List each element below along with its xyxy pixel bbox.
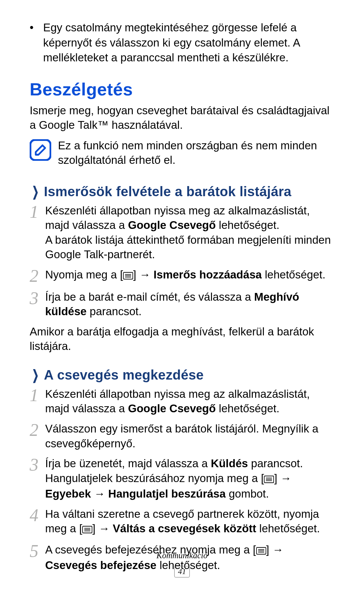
note-block: Ez a funkció nem minden országban és nem… xyxy=(30,138,334,168)
chevron-icon: ❯ xyxy=(32,368,39,382)
top-bullet-item: • Egy csatolmány megtekintéséhez görgess… xyxy=(30,20,334,65)
bullet-text: Egy csatolmány megtekintéséhez görgesse … xyxy=(43,20,334,65)
step-number: 3 xyxy=(30,456,45,501)
step-number: 4 xyxy=(30,507,45,537)
intro-paragraph: Ismerje meg, hogyan cseveghet barátaival… xyxy=(30,103,334,132)
step-item: 3 Írja be a barát e-mail címét, és válas… xyxy=(30,290,334,319)
step-text: Készenléti állapotban nyissa meg az alka… xyxy=(45,387,334,416)
menu-icon xyxy=(82,522,92,537)
step-item: 2 Válasszon egy ismerőst a barátok listá… xyxy=(30,421,334,451)
manual-page: • Egy csatolmány megtekintéséhez görgess… xyxy=(0,0,364,597)
subheading-text: Ismerősök felvétele a barátok listájára xyxy=(44,182,291,201)
menu-icon xyxy=(123,268,133,283)
paragraph: Amikor a barátja elfogadja a meghívást, … xyxy=(30,324,334,354)
step-text: Készenléti állapotban nyissa meg az alka… xyxy=(45,203,334,262)
note-icon xyxy=(30,139,51,161)
step-item: 1 Készenléti állapotban nyissa meg az al… xyxy=(30,387,334,416)
page-footer: Kommunikáció 41 xyxy=(0,550,364,578)
step-text: Ha váltani szeretne a csevegő partnerek … xyxy=(45,507,334,537)
subheading-add-friends: ❯ Ismerősök felvétele a barátok listájár… xyxy=(30,182,334,201)
step-number: 1 xyxy=(30,203,45,262)
step-text: Nyomja meg a [] → Ismerős hozzáadása leh… xyxy=(45,267,334,284)
step-item: 4 Ha váltani szeretne a csevegő partnere… xyxy=(30,507,334,537)
step-text: Írja be üzenetét, majd válassza a Küldés… xyxy=(45,456,334,501)
step-number: 2 xyxy=(30,267,45,284)
step-number: 2 xyxy=(30,421,45,451)
bullet-marker: • xyxy=(30,20,43,65)
page-number: 41 xyxy=(174,566,190,577)
step-text: Írja be a barát e-mail címét, és válassz… xyxy=(45,290,334,319)
step-text: Válasszon egy ismerőst a barátok listájá… xyxy=(45,421,334,451)
step-number: 3 xyxy=(30,290,45,319)
subheading-start-chat: ❯ A csevegés megkezdése xyxy=(30,366,334,384)
chevron-icon: ❯ xyxy=(32,185,39,198)
step-item: 3 Írja be üzenetét, majd válassza a Küld… xyxy=(30,456,334,501)
step-item: 2 Nyomja meg a [] → Ismerős hozzáadása l… xyxy=(30,267,334,284)
menu-icon xyxy=(264,472,274,487)
svg-rect-0 xyxy=(30,140,51,160)
footer-section-label: Kommunikáció xyxy=(0,550,364,561)
section-title: Beszélgetés xyxy=(30,78,334,101)
step-number: 1 xyxy=(30,387,45,416)
note-text: Ez a funkció nem minden országban és nem… xyxy=(58,138,334,168)
subheading-text: A csevegés megkezdése xyxy=(44,366,204,384)
step-item: 1 Készenléti állapotban nyissa meg az al… xyxy=(30,203,334,262)
